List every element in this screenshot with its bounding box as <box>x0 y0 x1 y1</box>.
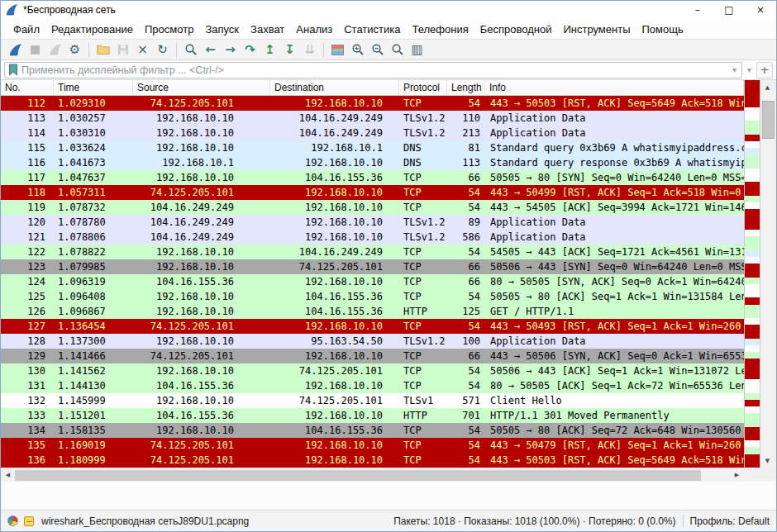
column-header-source[interactable]: Source <box>133 80 270 95</box>
column-header-destination[interactable]: Destination <box>270 80 399 95</box>
zoom-in-icon[interactable] <box>348 40 367 59</box>
scroll-down-icon[interactable]: ▼ <box>760 454 775 468</box>
packet-row[interactable]: 129 1.141466 74.125.205.101 192.168.10.1… <box>1 349 744 363</box>
find-packet-icon[interactable] <box>181 40 200 59</box>
horizontal-scrollbar[interactable]: ◀ ▶ <box>1 468 744 482</box>
menu-item[interactable]: Запуск <box>199 21 245 37</box>
packet-row[interactable]: 116 1.041673 192.168.10.1 192.168.10.10 … <box>1 155 744 170</box>
scroll-right-icon[interactable]: ▶ <box>730 468 744 482</box>
cell-protocol: TCP <box>399 245 447 259</box>
vertical-scroll-track[interactable] <box>760 94 776 454</box>
column-header-protocol[interactable]: Protocol <box>399 80 447 95</box>
capture-comment-icon[interactable] <box>24 516 34 526</box>
menu-item[interactable]: Беспроводной <box>474 21 558 37</box>
menu-item[interactable]: Инструменты <box>557 21 636 37</box>
packet-row[interactable]: 128 1.137300 192.168.10.10 95.163.54.50 … <box>1 334 744 349</box>
packet-row[interactable]: 130 1.141562 192.168.10.10 74.125.205.10… <box>1 363 744 378</box>
cell-protocol: TCP <box>399 170 447 185</box>
horizontal-scroll-track[interactable] <box>15 468 730 482</box>
packet-minimap[interactable] <box>744 80 760 468</box>
cell-time: 1.033624 <box>54 140 133 155</box>
auto-scroll-icon[interactable]: ⇊ <box>300 40 319 59</box>
packet-row[interactable]: 119 1.078732 104.16.249.249 192.168.10.1… <box>1 200 744 215</box>
go-first-packet-icon[interactable]: ↥ <box>260 40 279 59</box>
packet-row[interactable]: 120 1.078780 104.16.249.249 192.168.10.1… <box>1 215 744 230</box>
column-header-info[interactable]: Info <box>485 80 744 95</box>
add-filter-button[interactable]: + <box>756 62 773 78</box>
open-file-icon[interactable] <box>93 40 112 59</box>
zoom-out-icon[interactable] <box>368 40 387 59</box>
cell-no: 115 <box>1 140 54 155</box>
minimap-stripe <box>745 352 760 359</box>
packet-row[interactable]: 134 1.158135 192.168.10.10 104.16.155.36… <box>1 423 744 438</box>
menu-item[interactable]: Телефония <box>406 21 474 37</box>
save-file-icon[interactable] <box>113 40 132 59</box>
cell-no: 124 <box>1 274 54 289</box>
packet-row[interactable]: 136 1.180999 74.125.205.101 192.168.10.1… <box>1 453 744 468</box>
packet-row[interactable]: 115 1.033624 192.168.10.10 192.168.10.1 … <box>1 140 744 155</box>
go-forward-icon[interactable]: → <box>221 40 240 59</box>
menu-item[interactable]: Анализ <box>290 21 338 37</box>
packet-row[interactable]: 117 1.047637 192.168.10.10 104.16.155.36… <box>1 170 744 185</box>
close-file-icon[interactable]: × <box>133 40 152 59</box>
reload-file-icon[interactable]: ↻ <box>153 40 172 59</box>
packet-row[interactable]: 133 1.151201 104.16.155.36 192.168.10.10… <box>1 408 744 423</box>
packet-row[interactable]: 127 1.136454 74.125.205.101 192.168.10.1… <box>1 319 744 334</box>
menu-item[interactable]: Захват <box>245 21 290 37</box>
packet-row[interactable]: 124 1.096319 104.16.155.36 192.168.10.10… <box>1 274 744 289</box>
cell-length: 100 <box>447 334 485 349</box>
menu-item[interactable]: Файл <box>7 21 45 37</box>
scroll-up-icon[interactable]: ▲ <box>760 80 775 94</box>
menu-item[interactable]: Помощь <box>636 21 689 37</box>
packet-row[interactable]: 126 1.096867 192.168.10.10 104.16.155.36… <box>1 304 744 319</box>
menu-item[interactable]: Статистика <box>338 21 406 37</box>
profile-label[interactable]: Профиль: Default <box>690 515 770 527</box>
packet-table-header: No. Time Source Destination Protocol Len… <box>1 80 744 96</box>
vertical-scroll-thumb[interactable] <box>762 101 775 139</box>
packet-row[interactable]: 131 1.144130 104.16.155.36 192.168.10.10… <box>1 378 744 393</box>
packet-row[interactable]: 114 1.030310 192.168.10.10 104.16.249.24… <box>1 126 744 140</box>
cell-time: 1.141466 <box>54 349 133 363</box>
packet-row[interactable]: 118 1.057311 74.125.205.101 192.168.10.1… <box>1 185 744 200</box>
packet-row[interactable]: 112 1.029310 74.125.205.101 192.168.10.1… <box>1 96 744 111</box>
go-last-packet-icon[interactable]: ↧ <box>280 40 299 59</box>
filter-expression-caret-icon[interactable]: ▾ <box>746 65 753 74</box>
minimap-stripe <box>745 257 760 264</box>
menu-item[interactable]: Просмотр <box>139 21 199 37</box>
packet-row[interactable]: 132 1.145999 192.168.10.10 74.125.205.10… <box>1 393 744 408</box>
minimize-button[interactable]: – <box>682 1 713 19</box>
column-header-no[interactable]: No. <box>1 80 54 95</box>
go-back-icon[interactable]: ← <box>201 40 220 59</box>
packet-row[interactable]: 122 1.078822 192.168.10.10 104.16.249.24… <box>1 245 744 259</box>
packet-row[interactable]: 121 1.078806 104.16.249.249 192.168.10.1… <box>1 230 744 245</box>
restart-capture-icon[interactable] <box>45 40 64 59</box>
go-to-packet-icon[interactable]: ↷ <box>241 40 260 59</box>
column-header-time[interactable]: Time <box>54 80 133 95</box>
packet-row[interactable]: 113 1.030257 192.168.10.10 104.16.249.24… <box>1 111 744 126</box>
colorize-packets-icon[interactable] <box>328 40 347 59</box>
start-capture-icon[interactable] <box>6 40 25 59</box>
cell-time: 1.136454 <box>54 319 133 334</box>
resize-columns-icon[interactable]: ▥ <box>408 40 427 59</box>
zoom-normal-icon[interactable] <box>388 40 407 59</box>
packet-row[interactable]: 135 1.169019 74.125.205.101 192.168.10.1… <box>1 438 744 453</box>
cell-time: 1.180999 <box>54 453 133 468</box>
menu-item[interactable]: Редактирование <box>45 21 139 37</box>
horizontal-scroll-thumb[interactable] <box>15 470 701 481</box>
column-header-length[interactable]: Length <box>447 80 485 95</box>
expert-info-icon[interactable] <box>7 515 18 526</box>
filter-bookmark-icon[interactable] <box>8 64 18 76</box>
stop-capture-icon[interactable] <box>26 40 45 59</box>
filter-history-caret-icon[interactable]: ▾ <box>731 65 738 74</box>
close-button[interactable]: × <box>745 1 776 19</box>
packet-row[interactable]: 123 1.079985 192.168.10.10 74.125.205.10… <box>1 259 744 274</box>
cell-length: 54 <box>447 96 485 111</box>
vertical-scrollbar[interactable]: ▲ ▼ <box>760 80 776 468</box>
cell-time: 1.169019 <box>54 438 133 453</box>
cell-source: 192.168.10.1 <box>133 155 270 170</box>
scroll-left-icon[interactable]: ◀ <box>1 468 15 482</box>
capture-options-icon[interactable]: ⚙ <box>65 40 84 59</box>
display-filter-input[interactable] <box>21 64 731 76</box>
maximize-button[interactable]: □ <box>713 1 745 19</box>
packet-row[interactable]: 125 1.096408 192.168.10.10 104.16.155.36… <box>1 289 744 304</box>
